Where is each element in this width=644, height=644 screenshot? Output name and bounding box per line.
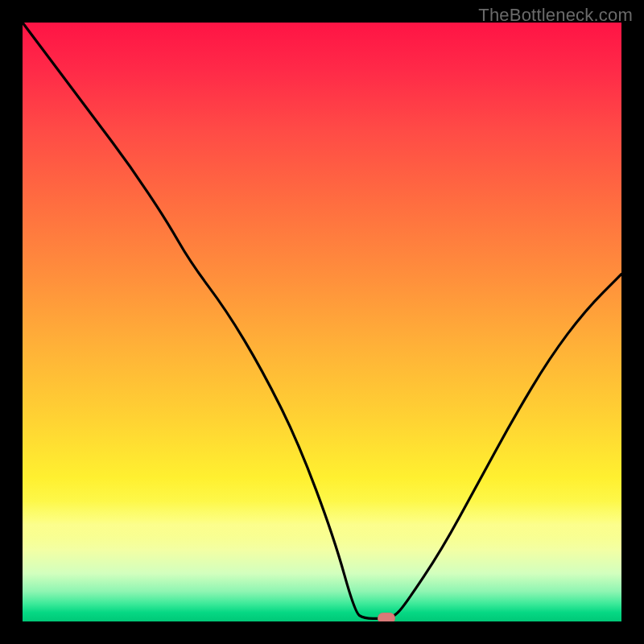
chart-frame: TheBottleneck.com	[0, 0, 644, 644]
curve-path	[23, 23, 621, 618]
optimal-marker	[378, 613, 395, 621]
watermark-text: TheBottleneck.com	[478, 5, 633, 26]
plot-area	[23, 23, 621, 621]
bottleneck-curve	[23, 23, 621, 621]
